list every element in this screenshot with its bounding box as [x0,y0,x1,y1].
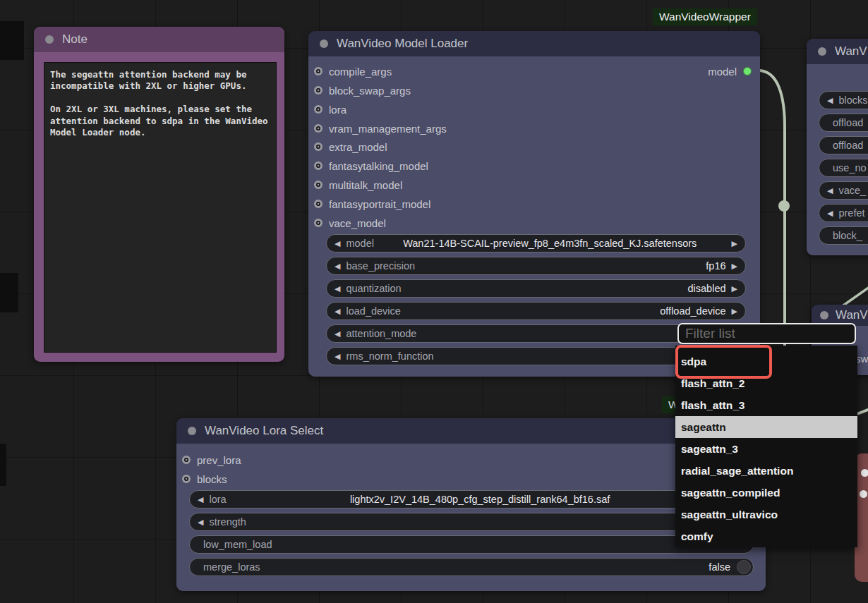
next-arrow-icon[interactable]: ▶ [732,262,737,271]
input-slot-multitalk_model[interactable]: multitalk_model [314,177,402,193]
prev-arrow-icon[interactable]: ◀ [334,329,340,339]
widget-block-partial[interactable]: block_ [819,226,868,245]
note-node[interactable]: Note The segeattn attention backend may … [34,27,284,362]
input-slot-vram_management_args[interactable]: vram_management_args [314,121,447,136]
output-dot-icon[interactable] [743,67,752,75]
prev-arrow-icon[interactable]: ◀ [334,239,340,248]
dropdown-option-sageattn_compiled[interactable]: sageattn_compiled [675,482,857,504]
input-dot-icon[interactable] [314,67,323,75]
input-dot-icon[interactable] [314,181,323,189]
reroute-dot [778,200,790,212]
lora-select-title: WanVideo Lora Select [205,424,323,438]
widget-low_mem_load[interactable]: low_mem_load [189,535,754,554]
widget-model[interactable]: ◀ model Wan21-14B-SCAIL-preview_fp8_e4m3… [326,234,746,252]
note-node-header[interactable]: Note [34,27,284,52]
widget-load_device[interactable]: ◀ load_device offload_device ▶ [326,302,746,320]
right-partial-node-top[interactable]: WanV ◀ blocks offload offload use_no ◀ v… [807,39,868,255]
note-textarea[interactable]: The segeattn attention backend may be in… [44,62,277,353]
prev-arrow-icon[interactable]: ◀ [198,518,203,527]
prev-arrow-icon[interactable]: ◀ [334,262,340,271]
input-dot-icon[interactable] [860,490,867,498]
widget-blocks-partial[interactable]: ◀ blocks [819,91,868,109]
right-node-top-header[interactable]: WanV [807,39,868,64]
prev-arrow-icon[interactable]: ◀ [198,495,203,504]
widget-lora[interactable]: ◀ lora lightx2v_I2V_14B_480p_cfg_step_di… [189,490,754,508]
widget-strength[interactable]: ◀ strength ▶ [189,513,754,531]
dropdown-option-sageattn[interactable]: sageattn [675,416,857,438]
input-dot-icon[interactable] [314,124,323,133]
prev-arrow-icon[interactable]: ◀ [827,186,833,195]
widget-offload2-partial[interactable]: offload [819,136,868,154]
input-dot-icon[interactable] [314,200,323,208]
collapse-dot-icon[interactable] [188,427,196,435]
model-loader-header[interactable]: WanVideo Model Loader [308,31,760,56]
prev-arrow-icon[interactable]: ◀ [827,96,833,105]
input-slot-lora[interactable]: lora [314,102,346,117]
input-dot-icon[interactable] [861,469,868,477]
widget-offload-partial[interactable]: offload [819,114,868,132]
widget-base_precision[interactable]: ◀ base_precision fp16 ▶ [326,257,746,275]
red-annotation-box [675,345,772,379]
input-slot-blocks[interactable]: blocks [182,471,227,487]
dropdown-option-flash_attn_3[interactable]: flash_attn_3 [675,394,857,416]
group-label-wanvideowrapper[interactable]: WanVideoWrapper [653,8,757,25]
input-dot-icon[interactable] [314,105,323,114]
input-dot-icon[interactable] [314,142,323,151]
dropdown-option-sageattn_ultravico[interactable]: sageattn_ultravico [675,504,857,525]
prev-arrow-icon[interactable]: ◀ [334,307,340,316]
input-slot-fantasytalking_model[interactable]: fantasytalking_model [314,158,428,173]
widget-quantization[interactable]: ◀ quantization disabled ▶ [326,279,746,298]
input-slot-extra_model[interactable]: extra_model [314,139,387,154]
prev-arrow-icon[interactable]: ◀ [334,352,340,361]
next-arrow-icon[interactable]: ▶ [732,307,737,316]
widget-vace-partial[interactable]: ◀ vace_ [819,181,868,200]
input-dot-icon[interactable] [314,219,323,227]
model-loader-title: WanVideo Model Loader [337,37,468,51]
prev-arrow-icon[interactable]: ◀ [827,209,833,218]
note-node-title: Note [62,32,88,47]
prev-arrow-icon[interactable]: ◀ [334,284,340,293]
input-slot-block_swap_args[interactable]: block_swap_args [314,83,411,98]
dropdown-option-comfy[interactable]: comfy [675,525,857,547]
input-slot-compile_args[interactable]: compile_args [314,63,392,79]
collapse-dot-icon[interactable] [818,47,826,56]
filter-list-input[interactable] [677,323,856,344]
input-dot-icon[interactable] [314,86,323,95]
collapse-dot-icon[interactable] [820,311,828,319]
input-dot-icon[interactable] [182,475,191,483]
input-slot-vace_model[interactable]: vace_model [314,215,386,231]
input-slot-prev_lora[interactable]: prev_lora [182,452,241,468]
next-arrow-icon[interactable]: ▶ [732,284,737,293]
input-dot-icon[interactable] [182,456,191,464]
collapse-dot-icon[interactable] [45,35,54,44]
dropdown-option-radial_sage_attention[interactable]: radial_sage_attention [675,460,857,482]
input-slot-fantasyportrait_model[interactable]: fantasyportrait_model [314,196,430,212]
collapse-dot-icon[interactable] [320,39,328,48]
widget-prefet-partial[interactable]: ◀ prefet [819,204,868,222]
widget-use_no-partial[interactable]: use_no [819,159,868,177]
next-arrow-icon[interactable]: ▶ [732,239,737,248]
node-editor-canvas[interactable]: WanVideoWrapper W Note The segeattn atte… [0,0,868,603]
dropdown-option-sageattn_3[interactable]: sageattn_3 [675,438,857,460]
input-dot-icon[interactable] [314,162,323,170]
widget-merge_loras[interactable]: merge_loras false [189,558,754,576]
toggle-knob-icon[interactable] [737,560,751,574]
output-slot-model[interactable]: model [708,63,752,79]
